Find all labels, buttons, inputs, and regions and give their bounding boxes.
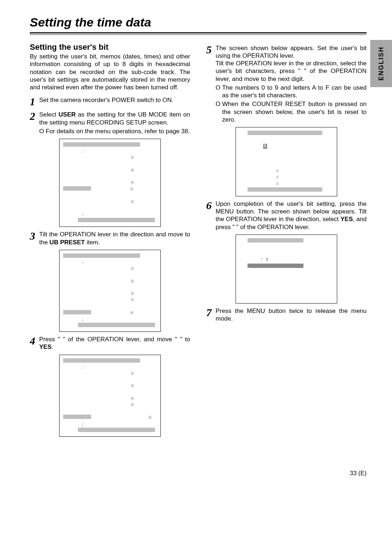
panel5-zero: 0 xyxy=(263,144,267,149)
step-body-1: Set the camera recorder's POWER switch t… xyxy=(39,96,190,107)
step-number-4: 4 xyxy=(30,335,39,351)
step-number-5: 5 xyxy=(206,44,216,124)
step-5-bullet-1: O The numbers 0 to 9 and letters A to F … xyxy=(216,84,367,99)
panel4-colon: : xyxy=(81,365,84,370)
bullet-marker: O xyxy=(216,84,222,99)
step-body-4: Press " " of the OPERATION lever, and mo… xyxy=(39,335,190,351)
step-3-text-a: Tilt the OPERATION lever in the xyxy=(39,231,130,238)
panel2-h1: H xyxy=(131,155,134,160)
panel3-h1: H xyxy=(131,266,134,272)
step-number-6: 6 xyxy=(206,200,216,231)
panel4-h2: H xyxy=(131,384,134,389)
step-body-5: The screen shown below appears. Set the … xyxy=(216,44,367,124)
step-2-text-a: Select xyxy=(39,111,58,118)
step-2-bullet: O For details on the menu operations, re… xyxy=(39,127,190,135)
screen-panel-step-3: : H H H H H ; xyxy=(59,250,161,332)
step-5: 5 The screen shown below appears. Set th… xyxy=(206,44,367,124)
panel3-colon: : xyxy=(81,260,84,265)
language-tab-label: ENGLISH xyxy=(377,46,385,81)
step-body-2: Select USER as the setting for the UB MO… xyxy=(39,111,190,135)
step-4-text-a: Press " " of the OPERATION lever, and mo… xyxy=(39,336,190,343)
panel2-h2: H xyxy=(131,168,134,173)
bullet-marker: O xyxy=(39,127,46,135)
step-number-2: 2 xyxy=(30,111,39,135)
step-5-text-a: The screen shown below appears. Set the … xyxy=(216,45,367,59)
screen-panel-step-2: : H H H H H xyxy=(59,139,161,227)
panel3-semi: ; xyxy=(81,317,84,322)
right-column: 5 The screen shown below appears. Set th… xyxy=(206,42,367,440)
page-number: 33 (E) xyxy=(30,469,367,477)
panel4-h4: H xyxy=(149,415,151,420)
step-7: 7 Press the MENU button twice to release… xyxy=(206,307,367,323)
panel5-hash-1: # xyxy=(276,169,279,174)
step-5-bullet-2: O When the COUNTER RESET button is press… xyxy=(216,100,367,123)
screen-panel-step-4: : H H H H H xyxy=(59,355,161,437)
title-rule xyxy=(30,32,367,35)
panel2-colon: : xyxy=(81,149,84,154)
step-2-bullet-text: For details on the menu operations, refe… xyxy=(46,127,190,135)
step-body-7: Press the MENU button twice to release t… xyxy=(216,307,367,323)
panel5-hash-2: # xyxy=(276,175,279,180)
step-3-text-c: item. xyxy=(85,239,100,246)
page-title: Setting the time data xyxy=(30,15,367,30)
step-6-bold-yes: YES xyxy=(340,216,353,223)
panel6-bang: ! $ xyxy=(261,257,269,262)
step-number-7: 7 xyxy=(206,307,216,323)
panel2-h3b: H xyxy=(130,187,133,192)
left-column: Setting the user's bit By setting the us… xyxy=(30,42,190,440)
panel4-h3a: H xyxy=(131,396,134,402)
content-columns: Setting the user's bit By setting the us… xyxy=(30,42,367,440)
panel2-semi: ; xyxy=(81,212,84,217)
panel2-h4: H xyxy=(131,200,134,205)
step-1: 1 Set the camera recorder's POWER switch… xyxy=(30,96,190,107)
step-body-6: Upon completion of the user's bit settin… xyxy=(216,200,367,231)
panel2-h3a: H xyxy=(131,180,134,186)
step-6: 6 Upon completion of the user's bit sett… xyxy=(206,200,367,231)
step-5-text-tilt: Tilt the OPERATION lever in the or direc… xyxy=(216,60,367,82)
step-body-3: Tilt the OPERATION lever in the directio… xyxy=(39,231,190,246)
panel5-hash-3: # xyxy=(276,182,279,187)
section-heading: Setting the user's bit xyxy=(30,42,190,52)
step-2-bold-user: USER xyxy=(58,111,75,118)
step-5-bullet-2-text: When the COUNTER RESET button is pressed… xyxy=(222,100,367,123)
panel3-h3b: H xyxy=(131,298,134,303)
step-4-text-b: . xyxy=(52,343,53,350)
panel4-h1: H xyxy=(131,371,134,376)
step-number-1: 1 xyxy=(30,96,39,107)
step-number-3: 3 xyxy=(30,231,39,246)
screen-panel-step-5: 0 # # # xyxy=(236,127,337,196)
panel3-h3a: H xyxy=(131,292,134,297)
intro-paragraph: By setting the user's bit, memos (dates,… xyxy=(30,53,190,91)
screen-panel-step-6: ! $ . xyxy=(236,235,337,304)
step-4: 4 Press " " of the OPERATION lever, and … xyxy=(30,335,190,351)
panel4-semi: ; xyxy=(81,422,84,427)
step-2: 2 Select USER as the setting for the UB … xyxy=(30,111,190,135)
panel3-h2: H xyxy=(131,279,134,284)
step-4-bold-yes: YES xyxy=(39,343,52,350)
bullet-marker: O xyxy=(216,100,222,123)
panel6-dot: . xyxy=(248,264,250,269)
step-3: 3 Tilt the OPERATION lever in the direct… xyxy=(30,231,190,246)
panel4-h3b: H xyxy=(131,403,134,408)
language-tab: ENGLISH xyxy=(370,40,392,87)
step-5-bullet-1-text: The numbers 0 to 9 and letters A to F ca… xyxy=(222,84,367,99)
step-3-bold-ubp: UB PRESET xyxy=(49,239,85,246)
panel3-h4: H xyxy=(130,311,133,316)
